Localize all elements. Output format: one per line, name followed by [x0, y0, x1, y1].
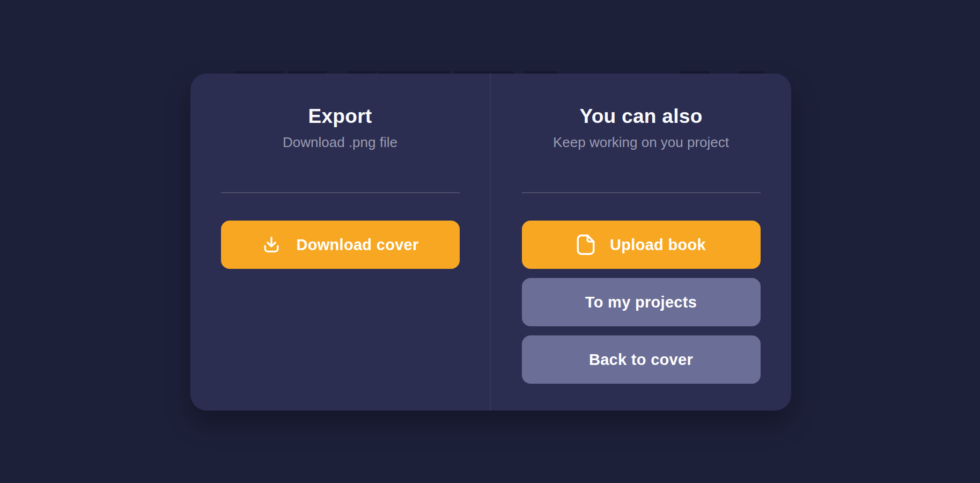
export-panel-divider	[221, 192, 460, 193]
export-panel: Export Download .png file Download cover	[190, 74, 491, 411]
download-cover-button[interactable]: Download cover	[221, 221, 460, 269]
back-to-cover-button[interactable]: Back to cover	[522, 335, 761, 384]
upload-book-button-label: Upload book	[610, 236, 706, 254]
also-panel-title: You can also	[579, 105, 702, 128]
also-panel-divider	[522, 192, 761, 193]
download-icon	[261, 235, 282, 255]
page-background: Export Download .png file Download cover	[0, 0, 980, 483]
to-my-projects-button[interactable]: To my projects	[522, 278, 761, 326]
also-button-stack: Upload book To my projects Back to cover	[522, 221, 761, 384]
export-dialog: Export Download .png file Download cover	[190, 74, 791, 411]
download-cover-button-label: Download cover	[296, 236, 418, 254]
export-panel-title: Export	[308, 105, 372, 128]
back-to-cover-button-label: Back to cover	[589, 351, 693, 369]
upload-book-button[interactable]: Upload book	[522, 221, 761, 269]
export-button-stack: Download cover	[221, 221, 460, 269]
file-icon	[576, 234, 595, 255]
export-panel-subtitle: Download .png file	[283, 134, 397, 151]
also-panel: You can also Keep working on you project…	[491, 74, 791, 411]
also-panel-subtitle: Keep working on you project	[553, 134, 729, 151]
to-my-projects-button-label: To my projects	[585, 294, 697, 311]
